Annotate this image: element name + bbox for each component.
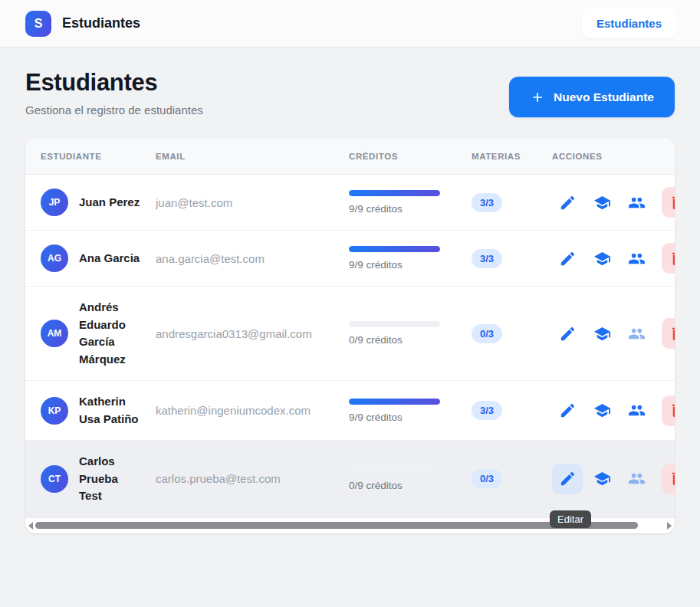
scroll-right-arrow-icon[interactable]	[667, 522, 672, 530]
column-header-materias: Materias	[456, 152, 537, 161]
app-bar: S Estudiantes Estudiantes	[0, 0, 700, 48]
column-header-email: Email	[140, 152, 334, 161]
trash-icon	[669, 470, 675, 487]
student-avatar: CT	[41, 465, 68, 493]
credits-cell: 9/9 créditos	[334, 178, 456, 227]
column-header-estudiante: Estudiante	[25, 152, 140, 161]
users-icon	[628, 470, 646, 487]
credits-progress-fill	[349, 246, 440, 252]
credits-label: 9/9 créditos	[349, 259, 456, 271]
materias-cell: 3/3	[456, 237, 537, 281]
student-name: Carlos Prueba Test	[79, 453, 140, 505]
delete-button[interactable]	[662, 187, 675, 218]
page-title: Estudiantes	[25, 69, 203, 97]
credits-label: 9/9 créditos	[349, 203, 456, 215]
credits-progress-track	[349, 246, 440, 252]
edit-button[interactable]	[552, 243, 583, 274]
avatar-initials: AM	[48, 328, 62, 339]
actions-cell	[537, 231, 675, 286]
credits-cell: 9/9 créditos	[334, 234, 456, 283]
pencil-icon	[559, 325, 577, 343]
student-avatar: KP	[41, 397, 68, 425]
subjects-button[interactable]	[587, 395, 617, 426]
edit-button[interactable]	[552, 464, 583, 494]
users-icon	[628, 194, 646, 212]
credits-progress-track	[349, 467, 440, 473]
student-name: Ana Garcia	[79, 250, 140, 267]
users-button[interactable]	[621, 464, 652, 494]
edit-button[interactable]	[552, 318, 583, 349]
delete-button[interactable]	[662, 395, 675, 426]
table-row: KP Katherin Usa Patiño katherin@ingenium…	[25, 381, 675, 441]
avatar-initials: JP	[49, 197, 61, 208]
app-logo: S	[25, 11, 51, 37]
student-avatar: AG	[41, 244, 68, 272]
credits-label: 9/9 créditos	[349, 412, 456, 423]
nav-estudiantes-button[interactable]: Estudiantes	[582, 8, 676, 38]
subjects-button[interactable]	[587, 187, 617, 218]
student-cell: KP Katherin Usa Patiño	[25, 381, 140, 440]
student-name: Juan Perez	[79, 194, 140, 212]
subjects-button[interactable]	[587, 464, 617, 494]
scroll-left-arrow-icon[interactable]	[28, 522, 33, 530]
actions-cell	[537, 175, 675, 230]
plus-icon	[530, 90, 545, 105]
users-button[interactable]	[621, 187, 652, 218]
users-button[interactable]	[621, 395, 652, 426]
actions-cell	[537, 306, 675, 361]
table-row: AM Andrés Eduardo García Márquez andresg…	[25, 287, 675, 381]
trash-icon	[669, 250, 675, 267]
subjects-button[interactable]	[587, 318, 617, 349]
edit-button[interactable]	[552, 187, 583, 218]
users-button[interactable]	[621, 243, 652, 274]
pencil-icon	[559, 402, 577, 419]
graduation-cap-icon	[593, 194, 611, 212]
column-header-acciones: Acciones	[537, 152, 675, 161]
graduation-cap-icon	[593, 470, 611, 487]
credits-label: 0/9 créditos	[349, 334, 456, 346]
new-student-button[interactable]: Nuevo Estudiante	[509, 77, 675, 117]
avatar-initials: CT	[48, 474, 61, 484]
pencil-icon	[559, 250, 577, 267]
table-row: JP Juan Perez juan@test.com 9/9 créditos…	[25, 175, 675, 231]
actions-cell	[537, 451, 675, 507]
delete-button[interactable]	[662, 243, 675, 274]
delete-button[interactable]	[662, 464, 675, 494]
users-icon	[628, 325, 646, 343]
trash-icon	[669, 194, 675, 212]
student-cell: CT Carlos Prueba Test	[25, 441, 140, 517]
student-email: carlos.prueba@test.com	[140, 460, 334, 497]
graduation-cap-icon	[593, 325, 611, 343]
subjects-button[interactable]	[587, 243, 617, 274]
edit-tooltip: Editar	[550, 510, 591, 528]
student-email: andresgarcia0313@gmail.com	[140, 315, 334, 353]
app-logo-letter: S	[35, 17, 43, 31]
scrollbar-thumb[interactable]	[35, 522, 638, 529]
materias-badge: 3/3	[472, 193, 502, 212]
credits-cell: 9/9 créditos	[334, 386, 456, 435]
materias-cell: 0/3	[456, 312, 537, 356]
avatar-initials: KP	[48, 405, 61, 416]
materias-cell: 3/3	[456, 389, 537, 432]
students-table-card: Estudiante Email Créditos Materias Accio…	[25, 138, 675, 533]
pencil-icon	[559, 194, 577, 212]
page-subtitle: Gestiona el registro de estudiantes	[25, 103, 203, 116]
credits-progress-track	[349, 190, 440, 196]
users-button[interactable]	[621, 318, 652, 349]
credits-label: 0/9 créditos	[349, 480, 456, 491]
pencil-icon	[559, 470, 577, 487]
credits-progress-fill	[349, 190, 440, 196]
users-icon	[628, 402, 646, 419]
materias-cell: 0/3	[456, 457, 537, 500]
materias-badge: 3/3	[472, 249, 502, 268]
delete-button[interactable]	[662, 318, 675, 349]
graduation-cap-icon	[593, 250, 611, 267]
student-email: katherin@ingeniumcodex.com	[140, 392, 334, 429]
student-email: ana.garcia@test.com	[140, 240, 334, 277]
graduation-cap-icon	[593, 402, 611, 419]
edit-button[interactable]	[552, 395, 583, 426]
student-avatar: JP	[41, 189, 68, 216]
credits-progress-track	[349, 321, 440, 327]
app-title: Estudiantes	[62, 15, 140, 31]
table-row: AG Ana Garcia ana.garcia@test.com 9/9 cr…	[25, 231, 675, 287]
